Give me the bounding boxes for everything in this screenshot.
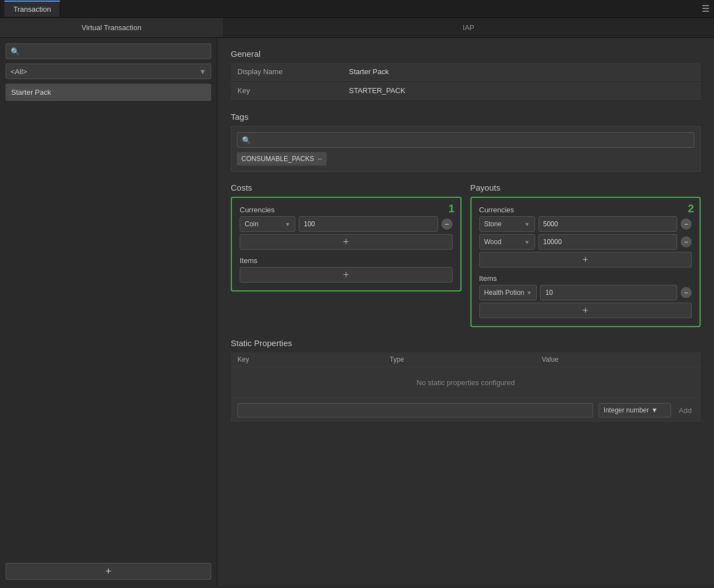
payouts-heading: Payouts [470,183,701,192]
payouts-items-add-button[interactable]: + [479,303,692,318]
menu-icon[interactable]: ☰ [702,3,710,14]
payouts-currency-select-1[interactable]: Wood ▼ [479,234,535,250]
col-type: Type [390,356,542,363]
payouts-item-value-0: Health Potion [484,289,524,297]
content-area: General Display Name Starter Pack Key ST… [217,38,714,585]
tag-remove-button[interactable]: − [317,154,322,163]
payouts-item-amount-0[interactable]: 10 [540,285,677,300]
costs-heading: Costs [231,183,462,192]
costs-currencies-label: Currencies [240,206,453,214]
tags-box: 🔍 CONSUMABLE_PACKS − [231,126,701,172]
tag-consumable-packs: CONSUMABLE_PACKS − [237,152,327,166]
general-heading: General [231,49,701,59]
payouts-currencies: Currencies Stone ▼ 5000 − [479,206,692,268]
col-value: Value [542,356,694,363]
key-value: STARTER_PACK [349,86,405,95]
title-bar: Transaction ☰ [0,0,714,18]
sidebar-item-label: Starter Pack [11,88,51,96]
costs-payouts-row: Costs 1 Currencies Coin ▼ 100 [231,183,701,327]
payouts-currency-row-0: Stone ▼ 5000 − [479,216,692,232]
key-label: Key [237,86,349,95]
sidebar-item-starter-pack[interactable]: Starter Pack [6,84,211,101]
col-key: Key [237,356,390,363]
static-table-footer: Integer number ▼ Add [231,398,701,422]
static-key-input[interactable] [237,403,593,417]
static-type-select[interactable]: Integer number ▼ [599,403,671,417]
tags-section: Tags 🔍 CONSUMABLE_PACKS − [231,112,701,172]
payouts-currency-remove-1[interactable]: − [681,236,692,247]
costs-items-label: Items [240,256,453,265]
chevron-down-icon: ▼ [527,290,532,296]
costs-currency-select-0[interactable]: Coin ▼ [240,216,295,232]
general-row-display-name: Display Name Starter Pack [231,63,701,81]
display-name-value: Starter Pack [349,67,389,76]
tags-search-box[interactable]: 🔍 [237,132,694,148]
title-tab-label: Transaction [13,5,51,13]
sidebar-filter-dropdown[interactable]: <All> ▼ [6,64,211,79]
tab-iap-label: IAP [463,23,474,32]
costs-currency-row-0: Coin ▼ 100 − [240,216,453,232]
display-name-label: Display Name [237,67,349,76]
plus-icon: + [105,566,111,577]
tab-bar: Virtual Transaction IAP [0,18,714,38]
payouts-panel: 2 Currencies Stone ▼ 5000 − [470,197,701,327]
payouts-currency-value-1: Wood [484,238,502,246]
payouts-currency-value-0: Stone [484,220,502,228]
costs-currency-amount-0[interactable]: 100 [299,216,438,232]
chevron-down-icon: ▼ [524,239,530,245]
tag-label: CONSUMABLE_PACKS [241,155,314,163]
costs-currencies: Currencies Coin ▼ 100 − + [240,206,453,250]
payouts-item-row-0: Health Potion ▼ 10 − [479,285,692,300]
tab-virtual-transaction[interactable]: Virtual Transaction [0,18,223,37]
filter-value: <All> [11,67,27,76]
tags-heading: Tags [231,112,701,122]
title-tab[interactable]: Transaction [4,1,60,17]
chevron-down-icon: ▼ [524,221,530,227]
sidebar-search-box[interactable]: 🔍 [6,43,211,59]
chevron-down-icon: ▼ [285,221,290,227]
tags-search-icon: 🔍 [242,136,251,144]
costs-currency-remove-0[interactable]: − [441,218,453,230]
static-table: Key Type Value No static properties conf… [231,352,701,422]
general-row-key: Key STARTER_PACK [231,82,701,100]
payouts-currencies-label: Currencies [479,206,692,214]
tab-virtual-label: Virtual Transaction [81,23,141,32]
tab-iap[interactable]: IAP [223,18,714,37]
costs-items: Items + [240,256,453,283]
payouts-panel-number: 2 [688,202,694,215]
general-section: General Display Name Starter Pack Key ST… [231,49,701,101]
costs-currency-value-0: Coin [245,220,259,228]
payouts-currency-amount-1[interactable]: 10000 [538,234,678,250]
static-type-value: Integer number [604,406,649,414]
static-add-button[interactable]: Add [677,406,694,415]
payouts-currency-row-1: Wood ▼ 10000 − [479,234,692,250]
costs-section: Costs 1 Currencies Coin ▼ 100 [231,183,462,327]
costs-panel-number: 1 [448,202,454,215]
payouts-items-label: Items [479,274,692,283]
payouts-section: Payouts 2 Currencies Stone ▼ 5000 [470,183,701,327]
static-heading: Static Properties [231,338,701,348]
costs-currency-add-button[interactable]: + [240,234,453,250]
static-table-header: Key Type Value [231,352,701,367]
payouts-currency-amount-0[interactable]: 5000 [538,216,678,232]
search-icon: 🔍 [11,47,20,56]
payouts-items: Items Health Potion ▼ 10 − + [479,274,692,318]
payouts-currency-select-0[interactable]: Stone ▼ [479,216,535,232]
tags-search-input[interactable] [254,136,689,144]
payouts-currency-remove-0[interactable]: − [681,218,692,230]
payouts-item-select-0[interactable]: Health Potion ▼ [479,285,537,300]
sidebar-search-input[interactable] [23,47,206,56]
chevron-down-icon: ▼ [651,406,658,414]
static-empty-message: No static properties configured [231,367,701,398]
tags-list: CONSUMABLE_PACKS − [237,152,694,166]
static-properties-section: Static Properties Key Type Value No stat… [231,338,701,422]
costs-items-add-button[interactable]: + [240,267,453,283]
main-layout: 🔍 <All> ▼ Starter Pack + General Display… [0,38,714,585]
chevron-down-icon: ▼ [199,67,206,76]
payouts-currency-add-button[interactable]: + [479,252,692,268]
costs-panel: 1 Currencies Coin ▼ 100 − [231,197,462,291]
payouts-item-remove-0[interactable]: − [681,287,692,298]
sidebar-spacer [6,105,211,558]
sidebar: 🔍 <All> ▼ Starter Pack + [0,38,217,585]
sidebar-add-button[interactable]: + [6,563,211,580]
